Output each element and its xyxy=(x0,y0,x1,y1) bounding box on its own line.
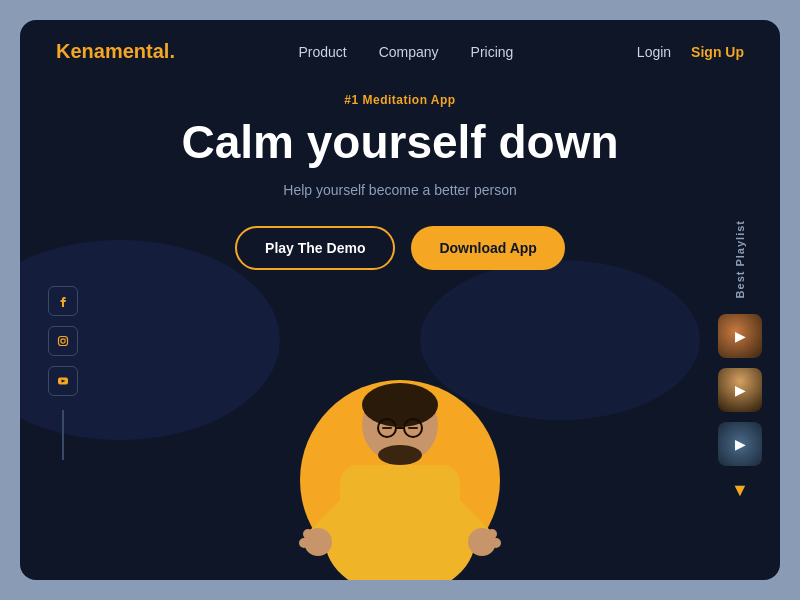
hero-subtitle: Help yourself become a better person xyxy=(60,182,740,198)
person-container xyxy=(270,290,530,580)
nav-pricing[interactable]: Pricing xyxy=(471,44,514,60)
playlist-arrow: ▼ xyxy=(731,480,749,501)
svg-point-2 xyxy=(362,383,438,427)
hero-title: Calm yourself down xyxy=(60,117,740,168)
youtube-icon[interactable] xyxy=(48,366,78,396)
playlist-item-1[interactable]: ▶ xyxy=(718,314,762,358)
nav-product[interactable]: Product xyxy=(298,44,346,60)
social-icons xyxy=(48,286,78,460)
svg-rect-9 xyxy=(340,465,460,580)
nav-auth: Login Sign Up xyxy=(637,44,744,60)
nav-links: Product Company Pricing xyxy=(298,43,513,61)
svg-point-20 xyxy=(65,338,66,339)
nav-company[interactable]: Company xyxy=(379,44,439,60)
logo: Kenamental. xyxy=(56,40,175,63)
download-app-button[interactable]: Download App xyxy=(411,226,564,270)
svg-point-3 xyxy=(378,445,422,465)
app-container: Kenamental. Product Company Pricing Logi… xyxy=(20,20,780,580)
playlist-item-3[interactable]: ▶ xyxy=(718,422,762,466)
play-icon-2: ▶ xyxy=(735,382,746,398)
playlist-section: Best Playlist ▶ ▶ ▶ ▼ xyxy=(718,220,762,501)
person-svg xyxy=(290,310,510,580)
play-demo-button[interactable]: Play The Demo xyxy=(235,226,395,270)
person-figure xyxy=(280,300,520,580)
social-line xyxy=(62,410,64,460)
playlist-label: Best Playlist xyxy=(734,220,746,298)
play-icon-3: ▶ xyxy=(735,436,746,452)
instagram-icon[interactable] xyxy=(48,326,78,356)
play-icon-1: ▶ xyxy=(735,328,746,344)
hero-tag: #1 Meditation App xyxy=(60,93,740,107)
logo-suffix: mental xyxy=(105,40,169,62)
hero-buttons: Play The Demo Download App xyxy=(60,226,740,270)
login-button[interactable]: Login xyxy=(637,44,671,60)
logo-dot: . xyxy=(169,40,175,62)
logo-prefix: Kena xyxy=(56,40,105,62)
svg-point-16 xyxy=(487,529,497,539)
svg-point-17 xyxy=(491,538,501,548)
svg-point-19 xyxy=(61,339,65,343)
svg-point-14 xyxy=(303,529,313,539)
facebook-icon[interactable] xyxy=(48,286,78,316)
svg-point-15 xyxy=(299,538,309,548)
signup-button[interactable]: Sign Up xyxy=(691,44,744,60)
navbar: Kenamental. Product Company Pricing Logi… xyxy=(20,20,780,83)
hero-section: #1 Meditation App Calm yourself down Hel… xyxy=(20,83,780,270)
playlist-item-2[interactable]: ▶ xyxy=(718,368,762,412)
